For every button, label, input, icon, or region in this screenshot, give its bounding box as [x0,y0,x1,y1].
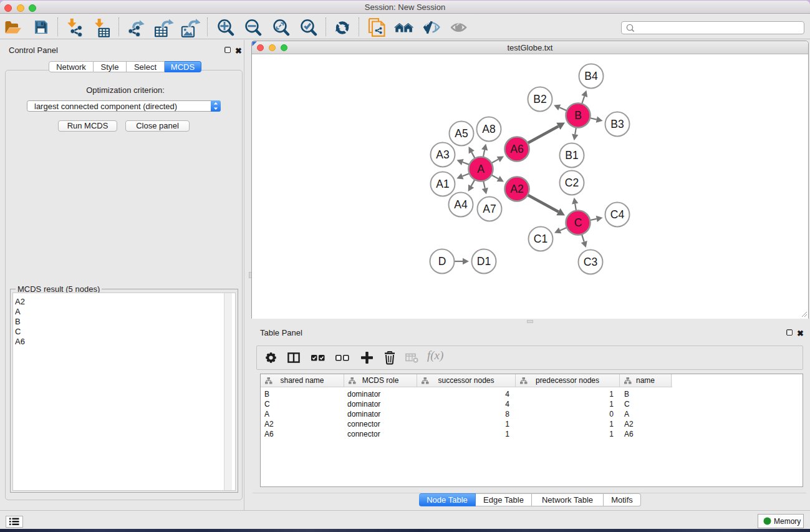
svg-text:B: B [574,109,582,122]
svg-text:B3: B3 [610,118,624,130]
svg-text:A2: A2 [510,183,523,195]
svg-text:C3: C3 [584,256,597,268]
svg-text:C1: C1 [534,233,547,245]
svg-text:A6: A6 [510,143,523,155]
svg-text:A8: A8 [482,123,495,135]
svg-text:B4: B4 [584,70,598,82]
svg-text:A5: A5 [455,127,468,140]
svg-text:C2: C2 [565,177,579,189]
svg-text:B2: B2 [533,93,546,105]
svg-text:A3: A3 [436,148,449,161]
svg-text:A1: A1 [436,178,449,190]
svg-text:B1: B1 [565,149,578,162]
svg-text:D1: D1 [477,255,491,268]
svg-text:A7: A7 [483,203,496,215]
svg-text:C4: C4 [610,208,625,221]
svg-text:A4: A4 [454,198,468,211]
svg-text:D: D [438,255,446,268]
svg-text:A: A [477,163,485,175]
svg-text:C: C [574,216,582,229]
